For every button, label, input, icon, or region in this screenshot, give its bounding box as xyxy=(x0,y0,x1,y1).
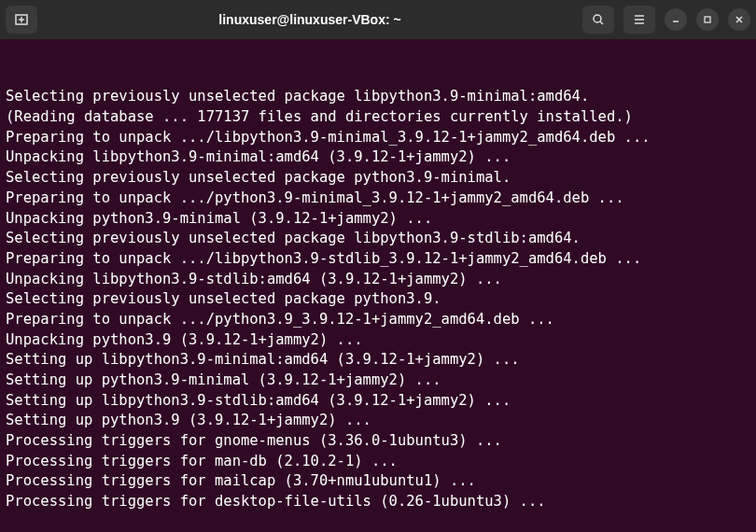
minimize-button[interactable] xyxy=(665,8,687,31)
terminal-output-line: (Reading database ... 177137 files and d… xyxy=(6,107,750,128)
terminal-output-line: Unpacking libpython3.9-stdlib:amd64 (3.9… xyxy=(6,270,750,290)
terminal-output-line: Preparing to unpack .../libpython3.9-std… xyxy=(6,249,750,270)
new-tab-icon xyxy=(14,12,29,27)
search-button[interactable] xyxy=(582,6,614,34)
window-titlebar: linuxuser@linuxuser-VBox: ~ xyxy=(0,0,756,39)
terminal-output-line: Setting up libpython3.9-minimal:amd64 (3… xyxy=(6,350,750,371)
terminal-output-line: Selecting previously unselected package … xyxy=(6,87,750,107)
svg-point-3 xyxy=(594,15,601,22)
close-button[interactable] xyxy=(728,8,750,31)
terminal-output-line: Selecting previously unselected package … xyxy=(6,168,750,189)
svg-rect-9 xyxy=(705,17,710,22)
terminal-output-line: Setting up python3.9-minimal (3.9.12-1+j… xyxy=(6,371,750,391)
terminal-output-line: Processing triggers for desktop-file-uti… xyxy=(6,492,750,512)
hamburger-icon xyxy=(632,12,647,27)
svg-line-4 xyxy=(600,21,603,24)
new-tab-button[interactable] xyxy=(6,6,37,34)
terminal-output-line: Processing triggers for gnome-menus (3.3… xyxy=(6,431,750,452)
menu-button[interactable] xyxy=(623,6,655,34)
terminal-output-line: Selecting previously unselected package … xyxy=(6,289,750,310)
terminal-output-line: Processing triggers for man-db (2.10.2-1… xyxy=(6,452,750,472)
terminal-output-line: Preparing to unpack .../libpython3.9-min… xyxy=(6,128,750,148)
terminal-lines-container: Selecting previously unselected package … xyxy=(6,87,750,511)
window-title: linuxuser@linuxuser-VBox: ~ xyxy=(43,12,577,27)
terminal-output-line: Setting up libpython3.9-stdlib:amd64 (3.… xyxy=(6,391,750,412)
titlebar-right-controls xyxy=(582,6,750,34)
close-icon xyxy=(735,15,744,24)
terminal-output-line: Preparing to unpack .../python3.9-minima… xyxy=(6,189,750,209)
terminal-output-line: Unpacking python3.9 (3.9.12-1+jammy2) ..… xyxy=(6,330,750,351)
terminal-output-line: Unpacking python3.9-minimal (3.9.12-1+ja… xyxy=(6,209,750,230)
minimize-icon xyxy=(671,15,680,24)
terminal-output-line: Preparing to unpack .../python3.9_3.9.12… xyxy=(6,310,750,330)
terminal-output-line: Processing triggers for mailcap (3.70+nm… xyxy=(6,471,750,492)
terminal-output-line: Unpacking libpython3.9-minimal:amd64 (3.… xyxy=(6,147,750,168)
titlebar-left-controls xyxy=(6,6,37,34)
maximize-button[interactable] xyxy=(696,8,719,31)
maximize-icon xyxy=(703,15,712,24)
terminal-output[interactable]: Selecting previously unselected package … xyxy=(0,39,756,532)
search-icon xyxy=(591,12,606,27)
terminal-output-line: Setting up python3.9 (3.9.12-1+jammy2) .… xyxy=(6,411,750,431)
terminal-output-line: Selecting previously unselected package … xyxy=(6,229,750,249)
